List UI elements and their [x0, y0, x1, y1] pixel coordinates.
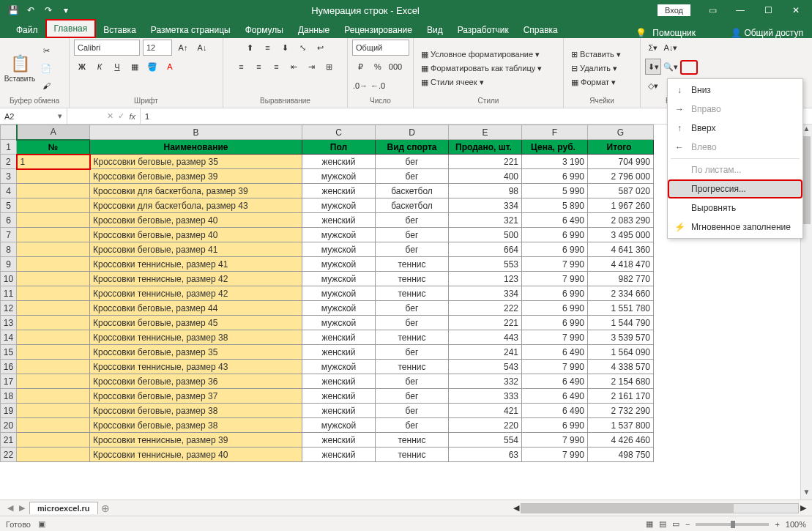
cell[interactable]: 704 990: [588, 155, 654, 169]
cut-icon[interactable]: ✂: [38, 42, 54, 59]
cell[interactable]: Кроссовки беговые, размер 38: [90, 418, 302, 433]
cell[interactable]: [17, 389, 90, 404]
cell[interactable]: 587 020: [588, 184, 654, 198]
cell[interactable]: мужской: [302, 169, 376, 184]
cell[interactable]: бег: [376, 169, 449, 184]
zoom-level[interactable]: 100%: [786, 520, 806, 529]
cell[interactable]: мужской: [302, 301, 376, 316]
col-header-B[interactable]: B: [90, 125, 302, 140]
tab-view[interactable]: Вид: [420, 22, 450, 38]
cell[interactable]: 400: [449, 169, 522, 184]
view-page-icon[interactable]: ▤: [659, 519, 666, 529]
cell[interactable]: Кроссовки беговые, размер 45: [90, 316, 302, 330]
cell[interactable]: женский: [302, 184, 376, 198]
cell[interactable]: 6 490: [522, 389, 588, 404]
cell[interactable]: [17, 433, 90, 448]
decrease-font-icon[interactable]: A↓: [194, 40, 210, 56]
cell[interactable]: 4 426 460: [588, 433, 654, 448]
sheet-nav-prev-icon[interactable]: ◀: [6, 503, 15, 513]
cell[interactable]: 543: [449, 360, 522, 374]
sheet-nav-next-icon[interactable]: ▶: [18, 503, 26, 513]
cell[interactable]: бег: [376, 316, 449, 330]
row-header[interactable]: 5: [1, 198, 17, 213]
row-header[interactable]: 8: [1, 242, 17, 257]
fill-icon[interactable]: ⬇▾: [645, 59, 661, 75]
font-name-combo[interactable]: Calibri: [74, 40, 140, 56]
cell[interactable]: женский: [302, 330, 376, 345]
cell[interactable]: женский: [302, 155, 376, 169]
border-icon[interactable]: ▦: [127, 59, 143, 75]
cell[interactable]: Кроссовки теннисные, размер 42: [90, 272, 302, 286]
hscroll-left-icon[interactable]: ◀: [513, 503, 519, 513]
cell[interactable]: бег: [376, 374, 449, 389]
row-header[interactable]: 10: [1, 272, 17, 286]
cell[interactable]: теннис: [376, 330, 449, 345]
scroll-thumb[interactable]: [802, 136, 811, 224]
currency-icon[interactable]: ₽: [352, 59, 368, 75]
redo-icon[interactable]: ↷: [41, 3, 56, 18]
cell[interactable]: [17, 213, 90, 228]
cell[interactable]: [17, 286, 90, 301]
cell[interactable]: 6 490: [522, 213, 588, 228]
cell[interactable]: 6 490: [522, 374, 588, 389]
row-header[interactable]: 2: [1, 155, 17, 169]
cell[interactable]: 1 544 790: [588, 316, 654, 330]
cell[interactable]: 7 990: [522, 360, 588, 374]
format-cells-button[interactable]: ▦ Формат ▾: [568, 76, 624, 89]
cell[interactable]: 554: [449, 433, 522, 448]
cell[interactable]: 3 190: [522, 155, 588, 169]
tab-insert[interactable]: Вставка: [96, 22, 144, 38]
clear-icon[interactable]: ◇▾: [645, 78, 661, 94]
cell[interactable]: [17, 418, 90, 433]
indent-decrease-icon[interactable]: ⇤: [286, 59, 302, 75]
cell[interactable]: бег: [376, 418, 449, 433]
view-break-icon[interactable]: ▭: [672, 519, 679, 529]
table-header-cell[interactable]: №: [17, 140, 90, 155]
select-all-corner[interactable]: [1, 125, 17, 140]
cell[interactable]: 4 418 470: [588, 257, 654, 272]
cell[interactable]: 6 990: [522, 286, 588, 301]
cell[interactable]: 2 161 170: [588, 389, 654, 404]
fill-justify-item[interactable]: Выровнять: [668, 198, 802, 218]
cell[interactable]: 2 796 000: [588, 169, 654, 184]
cell[interactable]: Кроссовки теннисные, размер 38: [90, 330, 302, 345]
cell[interactable]: мужской: [302, 198, 376, 213]
cell[interactable]: Кроссовки теннисные, размер 39: [90, 433, 302, 448]
cell[interactable]: женский: [302, 389, 376, 404]
align-bottom-icon[interactable]: ⬇: [278, 40, 294, 56]
cell[interactable]: Кроссовки беговые, размер 37: [90, 389, 302, 404]
fx-icon[interactable]: fx: [129, 112, 135, 121]
increase-font-icon[interactable]: A↑: [175, 40, 191, 56]
cell[interactable]: 6 990: [522, 301, 588, 316]
row-header[interactable]: 20: [1, 418, 17, 433]
row-header[interactable]: 11: [1, 286, 17, 301]
cell[interactable]: бег: [376, 301, 449, 316]
row-header[interactable]: 17: [1, 374, 17, 389]
cell[interactable]: баскетбол: [376, 184, 449, 198]
cell[interactable]: 7 990: [522, 272, 588, 286]
cell[interactable]: 982 770: [588, 272, 654, 286]
cell[interactable]: 3 539 570: [588, 330, 654, 345]
comma-icon[interactable]: 000: [387, 59, 403, 75]
row-header[interactable]: 22: [1, 448, 17, 462]
align-center-icon[interactable]: ≡: [251, 59, 267, 75]
cell[interactable]: теннис: [376, 272, 449, 286]
cell[interactable]: 332: [449, 374, 522, 389]
cell[interactable]: 241: [449, 345, 522, 360]
number-format-combo[interactable]: Общий: [352, 40, 409, 56]
cell[interactable]: мужской: [302, 257, 376, 272]
insert-cells-button[interactable]: ⊞ Вставить ▾: [568, 48, 624, 61]
view-normal-icon[interactable]: ▦: [646, 519, 653, 529]
macro-record-icon[interactable]: ▣: [38, 519, 45, 529]
format-painter-icon[interactable]: 🖌: [38, 78, 54, 94]
cell[interactable]: женский: [302, 404, 376, 418]
cell[interactable]: Кроссовки беговые, размер 36: [90, 374, 302, 389]
tell-me-input[interactable]: Помощник: [652, 28, 696, 38]
enter-formula-icon[interactable]: ✓: [118, 111, 124, 121]
cell-styles-button[interactable]: ▦ Стили ячеек ▾: [418, 76, 545, 89]
tab-home[interactable]: Главная: [45, 19, 97, 38]
cell[interactable]: 221: [449, 155, 522, 169]
cell[interactable]: [17, 272, 90, 286]
cell[interactable]: 123: [449, 272, 522, 286]
tab-file[interactable]: Файл: [9, 22, 45, 38]
